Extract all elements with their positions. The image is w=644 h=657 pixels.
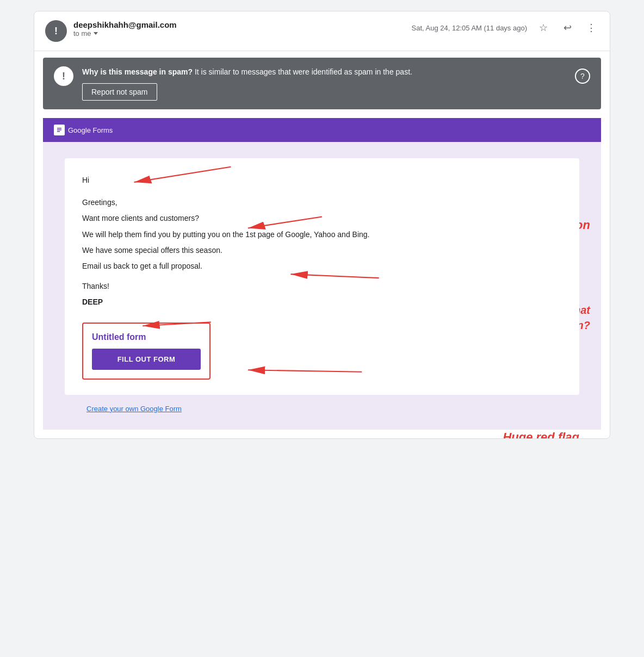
spam-text: Why is this message in spam? It is simil…	[82, 66, 412, 78]
gforms-header: Google Forms	[43, 118, 601, 142]
sender-name-line: DEEP	[82, 295, 562, 309]
more-icon: ⋮	[586, 22, 596, 34]
line2: We will help them find you by putting yo…	[82, 228, 562, 241]
form-card: Untitled form FILL OUT FORM	[82, 323, 210, 380]
email-container: ! deepshikhahh@gmail.com to me Sat, Aug …	[34, 11, 610, 439]
annotation-huge-red-flag: Huge red flag	[503, 430, 579, 439]
reply-button[interactable]: ↩	[560, 20, 575, 35]
line1: Want more clients and customers?	[82, 212, 562, 225]
create-own-link[interactable]: Create your own Google Form	[86, 405, 182, 413]
svg-rect-3	[57, 131, 60, 132]
email-header: ! deepshikhahh@gmail.com to me Sat, Aug …	[34, 11, 610, 51]
report-not-spam-button[interactable]: Report not spam	[82, 83, 157, 101]
spam-help-button[interactable]: ?	[575, 69, 590, 84]
content-card: Hi Greetings, Want more clients and cust…	[65, 158, 579, 395]
create-own-section: Create your own Google Form	[65, 395, 579, 413]
avatar-symbol: !	[54, 26, 58, 37]
gforms-logo: Google Forms	[54, 125, 113, 135]
email-body-area: Google Forms No name No personalization …	[43, 118, 601, 430]
spam-text-area: Why is this message in spam? It is simil…	[82, 66, 412, 101]
email-body-wrapper: Google Forms No name No personalization …	[43, 118, 601, 430]
more-button[interactable]: ⋮	[584, 20, 599, 35]
sender-info: deepshikhahh@gmail.com to me	[73, 20, 177, 38]
star-button[interactable]: ☆	[536, 20, 551, 35]
email-content: No name No personalization Super vague, …	[43, 142, 601, 430]
email-header-left: ! deepshikhahh@gmail.com to me	[45, 20, 177, 42]
spam-warning-icon: !	[54, 66, 73, 86]
form-title: Untitled form	[92, 332, 201, 342]
line3: We have some special offers this season.	[82, 244, 562, 257]
sender-avatar: !	[45, 20, 67, 42]
greeting-line: Hi	[82, 173, 562, 187]
gforms-logo-img	[54, 125, 65, 135]
greetings-p: Greetings,	[82, 196, 562, 209]
svg-rect-2	[57, 129, 61, 131]
svg-rect-1	[57, 128, 61, 129]
reply-icon: ↩	[564, 22, 572, 34]
exclamation-icon: !	[62, 71, 65, 82]
thanks-line: Thanks!	[82, 280, 562, 293]
chevron-down-icon	[94, 32, 98, 35]
fill-out-form-button[interactable]: FILL OUT FORM	[92, 349, 201, 370]
gforms-logo-text: Google Forms	[68, 126, 113, 134]
spam-banner: ! Why is this message in spam? It is sim…	[43, 58, 601, 109]
sender-email: deepshikhahh@gmail.com	[73, 20, 177, 29]
help-icon: ?	[580, 72, 585, 80]
to-me[interactable]: to me	[73, 29, 177, 38]
star-icon: ☆	[539, 22, 548, 34]
email-header-right: Sat, Aug 24, 12:05 AM (11 days ago) ☆ ↩ …	[412, 20, 599, 35]
email-date: Sat, Aug 24, 12:05 AM (11 days ago)	[412, 24, 527, 32]
spam-banner-left: ! Why is this message in spam? It is sim…	[54, 66, 412, 101]
line4: Email us back to get a full proposal.	[82, 259, 562, 273]
